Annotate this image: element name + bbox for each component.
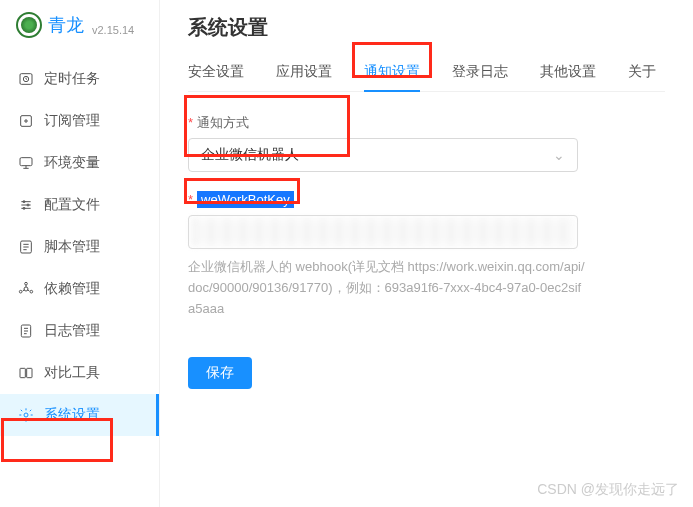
clock-icon (18, 71, 34, 87)
sliders-icon (18, 197, 34, 213)
sidebar-item-label: 日志管理 (44, 322, 100, 340)
logo-icon (16, 12, 42, 38)
sidebar: 青龙 v2.15.14 定时任务 订阅管理 环境变量 配置文件 脚本管理 (0, 0, 160, 507)
key-input[interactable] (188, 215, 578, 249)
sidebar-item-label: 环境变量 (44, 154, 100, 172)
sidebar-item-deps[interactable]: 依赖管理 (0, 268, 159, 310)
content: 系统设置 安全设置 应用设置 通知设置 登录日志 其他设置 关于 *通知方式 企… (160, 0, 693, 507)
plus-square-icon (18, 113, 34, 129)
tab-loginlog[interactable]: 登录日志 (452, 55, 508, 91)
tab-app[interactable]: 应用设置 (276, 55, 332, 91)
brand: 青龙 v2.15.14 (0, 0, 159, 50)
form-row-method: *通知方式 企业微信机器人 ⌄ (188, 114, 665, 172)
blurred-value (191, 218, 575, 246)
tab-notify[interactable]: 通知设置 (364, 55, 420, 91)
chevron-down-icon: ⌄ (553, 147, 565, 163)
svg-point-9 (25, 282, 28, 285)
sidebar-item-label: 系统设置 (44, 406, 100, 424)
log-icon (18, 323, 34, 339)
sidebar-item-cron[interactable]: 定时任务 (0, 58, 159, 100)
brand-name: 青龙 (48, 13, 84, 37)
tab-about[interactable]: 关于 (628, 55, 656, 91)
method-select[interactable]: 企业微信机器人 ⌄ (188, 138, 578, 172)
field-name-highlight: weWorkBotKey (197, 191, 294, 208)
compare-icon (18, 365, 34, 381)
sidebar-item-label: 订阅管理 (44, 112, 100, 130)
monitor-icon (18, 155, 34, 171)
sidebar-item-logs[interactable]: 日志管理 (0, 310, 159, 352)
tabs: 安全设置 应用设置 通知设置 登录日志 其他设置 关于 (188, 55, 665, 92)
select-value: 企业微信机器人 (201, 146, 299, 164)
page-title: 系统设置 (188, 14, 665, 41)
sidebar-item-label: 对比工具 (44, 364, 100, 382)
sidebar-item-diff[interactable]: 对比工具 (0, 352, 159, 394)
method-label: *通知方式 (188, 114, 665, 132)
key-hint: 企业微信机器人的 webhook(详见文档 https://work.weixi… (188, 257, 588, 319)
svg-point-11 (30, 290, 33, 293)
sidebar-item-label: 定时任务 (44, 70, 100, 88)
svg-rect-3 (20, 158, 32, 166)
tab-other[interactable]: 其他设置 (540, 55, 596, 91)
brand-version: v2.15.14 (92, 24, 134, 36)
sidebar-item-env[interactable]: 环境变量 (0, 142, 159, 184)
sidebar-item-config[interactable]: 配置文件 (0, 184, 159, 226)
deps-icon (18, 281, 34, 297)
file-icon (18, 239, 34, 255)
tab-security[interactable]: 安全设置 (188, 55, 244, 91)
sidebar-item-label: 配置文件 (44, 196, 100, 214)
sidebar-item-label: 脚本管理 (44, 238, 100, 256)
sidebar-item-settings[interactable]: 系统设置 (0, 394, 159, 436)
svg-rect-13 (20, 368, 25, 377)
sidebar-item-label: 依赖管理 (44, 280, 100, 298)
watermark: CSDN @发现你走远了 (537, 481, 679, 499)
save-button[interactable]: 保存 (188, 357, 252, 389)
svg-point-15 (24, 413, 28, 417)
sidebar-item-scripts[interactable]: 脚本管理 (0, 226, 159, 268)
gear-icon (18, 407, 34, 423)
svg-point-8 (24, 287, 28, 291)
svg-rect-14 (27, 368, 32, 377)
key-label: *weWorkBotKey (188, 192, 665, 207)
form-row-key: *weWorkBotKey 企业微信机器人的 webhook(详见文档 http… (188, 192, 665, 319)
sidebar-menu: 定时任务 订阅管理 环境变量 配置文件 脚本管理 依赖管理 (0, 50, 159, 507)
sidebar-item-subscribe[interactable]: 订阅管理 (0, 100, 159, 142)
svg-point-10 (19, 290, 22, 293)
